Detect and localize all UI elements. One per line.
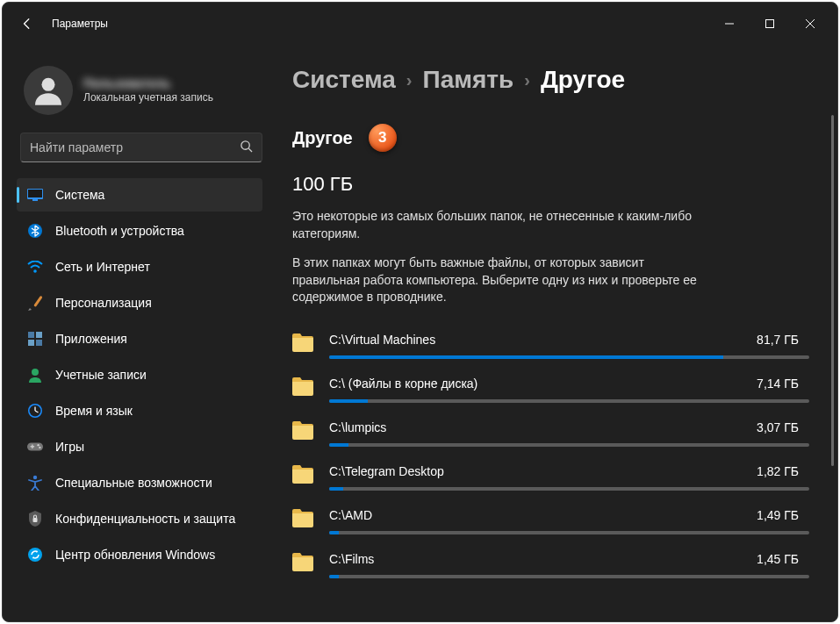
- apps-icon: [27, 331, 43, 347]
- maximize-button[interactable]: [750, 11, 790, 37]
- total-size: 100 ГБ: [292, 173, 809, 196]
- system-icon: [27, 187, 43, 203]
- arrow-left-icon: [21, 18, 33, 30]
- folder-size: 1,45 ГБ: [757, 552, 809, 566]
- minimize-icon: [725, 19, 734, 28]
- svg-rect-8: [28, 190, 42, 197]
- sidebar-item-label: Учетные записи: [55, 368, 147, 382]
- usage-bar: [329, 355, 809, 359]
- back-button[interactable]: [10, 6, 45, 41]
- svg-point-11: [33, 269, 37, 273]
- sidebar-item-label: Центр обновления Windows: [55, 548, 215, 562]
- usage-bar: [329, 399, 809, 403]
- folder-row[interactable]: C:\ (Файлы в корне диска) 7,14 ГБ: [292, 369, 809, 413]
- sidebar-item-label: Система: [55, 188, 104, 202]
- annotation-badge: 3: [369, 124, 397, 152]
- folder-size: 1,82 ГБ: [757, 464, 809, 478]
- close-icon: [806, 19, 815, 28]
- folder-icon: [292, 509, 313, 528]
- avatar: [24, 66, 73, 115]
- svg-point-24: [39, 447, 40, 448]
- accounts-icon: [27, 367, 43, 383]
- search-input[interactable]: [30, 140, 240, 154]
- folder-path: C:\Films: [329, 552, 374, 566]
- sidebar-item-system[interactable]: Система: [17, 178, 262, 212]
- svg-rect-13: [28, 332, 34, 338]
- svg-rect-22: [27, 443, 43, 451]
- svg-point-17: [32, 369, 39, 376]
- network-icon: [27, 259, 43, 275]
- time-icon: [27, 403, 43, 419]
- folder-size: 3,07 ГБ: [757, 420, 809, 434]
- breadcrumb: Система › Память › Другое: [292, 66, 809, 94]
- personalization-icon: [27, 295, 43, 311]
- scrollbar[interactable]: [831, 115, 834, 466]
- sidebar-item-gaming[interactable]: Игры: [17, 430, 262, 463]
- sidebar-item-label: Персонализация: [55, 296, 152, 310]
- description-1: Это некоторые из самых больших папок, не…: [292, 208, 714, 242]
- sidebar-item-label: Приложения: [55, 332, 127, 346]
- folder-icon: [292, 334, 313, 353]
- sidebar-item-accessibility[interactable]: Специальные возможности: [17, 466, 262, 499]
- usage-bar: [329, 443, 809, 447]
- svg-rect-14: [36, 332, 42, 338]
- sidebar-item-privacy[interactable]: Конфиденциальность и защита: [17, 502, 262, 535]
- folder-icon: [292, 421, 313, 441]
- folder-row[interactable]: C:\AMD 1,49 ГБ: [292, 501, 809, 545]
- folder-row[interactable]: C:\Virtual Machines 81,7 ГБ: [292, 326, 809, 369]
- svg-point-5: [241, 140, 249, 148]
- sidebar-item-accounts[interactable]: Учетные записи: [17, 358, 262, 391]
- bluetooth-icon: [27, 223, 43, 239]
- usage-bar: [329, 487, 809, 491]
- description-2: В этих папках могут быть важные файлы, о…: [292, 255, 714, 306]
- search-box[interactable]: [20, 133, 262, 162]
- privacy-icon: [27, 511, 43, 527]
- sidebar-item-update[interactable]: Центр обновления Windows: [17, 538, 262, 571]
- folder-size: 1,49 ГБ: [757, 508, 809, 522]
- profile-block[interactable]: Пользователь Локальная учетная запись: [17, 55, 266, 127]
- chevron-right-icon: ›: [406, 70, 413, 90]
- sidebar-item-label: Специальные возможности: [55, 476, 212, 490]
- folder-icon: [292, 553, 313, 572]
- folder-path: C:\lumpics: [329, 420, 386, 434]
- svg-rect-26: [32, 445, 32, 449]
- svg-point-4: [42, 78, 55, 91]
- folder-row[interactable]: C:\Films 1,45 ГБ: [292, 545, 809, 589]
- sidebar-item-label: Конфиденциальность и защита: [55, 512, 235, 526]
- maximize-icon: [765, 19, 774, 28]
- sidebar-item-personalization[interactable]: Персонализация: [17, 286, 262, 319]
- minimize-button[interactable]: [709, 11, 750, 37]
- sidebar-item-label: Bluetooth и устройства: [55, 224, 184, 238]
- breadcrumb-system[interactable]: Система: [292, 66, 396, 94]
- usage-bar: [329, 531, 809, 534]
- search-icon: [240, 140, 253, 156]
- chevron-right-icon: ›: [524, 70, 530, 90]
- folder-row[interactable]: C:\Telegram Desktop 1,82 ГБ: [292, 457, 809, 501]
- sidebar-item-label: Сеть и Интернет: [55, 260, 150, 274]
- gaming-icon: [27, 439, 43, 455]
- sidebar-item-label: Время и язык: [55, 404, 133, 418]
- sidebar-item-label: Игры: [55, 440, 84, 454]
- sidebar-item-time[interactable]: Время и язык: [17, 394, 262, 427]
- accessibility-icon: [27, 475, 43, 491]
- folder-icon: [292, 377, 313, 397]
- breadcrumb-other: Другое: [541, 66, 625, 94]
- update-icon: [27, 547, 43, 563]
- window-title: Параметры: [52, 18, 108, 30]
- sidebar-item-network[interactable]: Сеть и Интернет: [17, 250, 262, 283]
- close-button[interactable]: [790, 11, 830, 37]
- breadcrumb-storage[interactable]: Память: [423, 66, 514, 94]
- svg-rect-28: [33, 518, 38, 522]
- sidebar-item-apps[interactable]: Приложения: [17, 322, 262, 355]
- svg-point-23: [37, 444, 39, 446]
- svg-rect-15: [28, 340, 34, 346]
- folder-path: C:\Virtual Machines: [329, 333, 435, 347]
- svg-rect-16: [36, 340, 42, 346]
- folder-row[interactable]: C:\lumpics 3,07 ГБ: [292, 413, 809, 457]
- section-title: Другое: [292, 128, 353, 148]
- sidebar-item-bluetooth[interactable]: Bluetooth и устройства: [17, 214, 262, 247]
- person-icon: [31, 73, 66, 108]
- profile-subtitle: Локальная учетная запись: [83, 91, 213, 105]
- folder-size: 7,14 ГБ: [757, 377, 809, 391]
- svg-rect-1: [766, 20, 774, 28]
